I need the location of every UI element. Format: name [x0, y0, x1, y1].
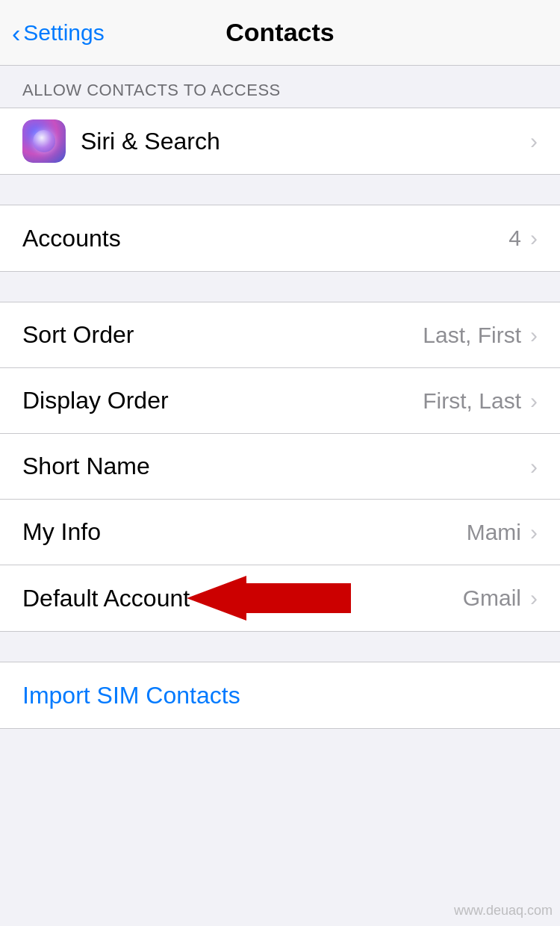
chevron-icon: ›: [530, 520, 538, 545]
my-info-value: Mami: [467, 520, 521, 545]
nav-bar: ‹ Settings Contacts: [0, 0, 560, 66]
section-body-display: Sort Order Last, First › Display Order F…: [0, 302, 560, 632]
row-display-order[interactable]: Display Order First, Last ›: [0, 368, 560, 434]
back-chevron-icon: ‹: [12, 20, 20, 46]
chevron-icon: ›: [530, 323, 538, 348]
row-short-name[interactable]: Short Name ›: [0, 434, 560, 500]
section-body-allow-access: Siri & Search ›: [0, 108, 560, 175]
section-body-accounts: Accounts 4 ›: [0, 205, 560, 272]
chevron-icon: ›: [530, 585, 538, 611]
row-my-info[interactable]: My Info Mami ›: [0, 500, 560, 565]
row-sort-order[interactable]: Sort Order Last, First ›: [0, 302, 560, 368]
accounts-label: Accounts: [22, 225, 508, 252]
display-order-label: Display Order: [22, 387, 423, 414]
accounts-value: 4: [508, 226, 521, 251]
page-title: Contacts: [225, 18, 334, 47]
section-display: Sort Order Last, First › Display Order F…: [0, 302, 560, 632]
siri-app-icon: [22, 119, 66, 163]
default-account-label: Default Account: [22, 585, 463, 612]
spacer-2: [0, 272, 560, 302]
spacer-4: [0, 729, 560, 789]
row-siri-search[interactable]: Siri & Search ›: [0, 108, 560, 174]
row-import-sim[interactable]: Import SIM Contacts: [0, 662, 560, 728]
display-order-value: First, Last: [423, 388, 521, 414]
back-button[interactable]: ‹ Settings: [12, 20, 105, 46]
row-default-account[interactable]: Default Account Gmail ›: [0, 565, 560, 631]
section-import: Import SIM Contacts: [0, 662, 560, 729]
sort-order-label: Sort Order: [22, 321, 423, 349]
default-account-value: Gmail: [463, 585, 521, 611]
section-accounts: Accounts 4 ›: [0, 205, 560, 272]
row-accounts[interactable]: Accounts 4 ›: [0, 205, 560, 271]
my-info-label: My Info: [22, 518, 467, 546]
chevron-icon: ›: [530, 454, 538, 479]
siri-search-label: Siri & Search: [81, 128, 530, 155]
spacer-1: [0, 175, 560, 205]
watermark: www.deuaq.com: [454, 903, 553, 919]
chevron-icon: ›: [530, 388, 538, 414]
short-name-label: Short Name: [22, 453, 530, 480]
back-label: Settings: [23, 20, 104, 46]
sort-order-value: Last, First: [423, 323, 521, 348]
section-body-import: Import SIM Contacts: [0, 662, 560, 729]
section-allow-access: ALLOW CONTACTS TO ACCESS Siri & Search ›: [0, 66, 560, 175]
section-header-allow-access: ALLOW CONTACTS TO ACCESS: [0, 66, 560, 108]
chevron-icon: ›: [530, 128, 538, 154]
import-sim-label: Import SIM Contacts: [22, 682, 240, 709]
chevron-icon: ›: [530, 226, 538, 251]
spacer-3: [0, 632, 560, 662]
